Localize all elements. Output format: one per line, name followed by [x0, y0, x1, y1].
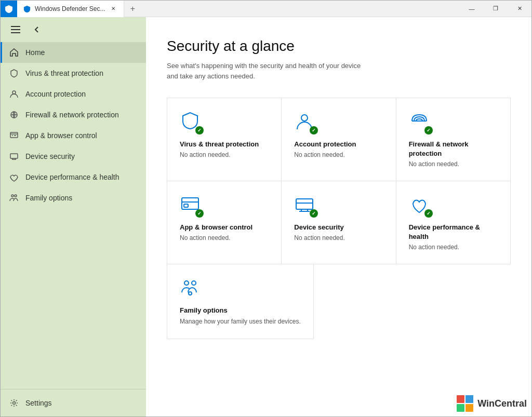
sidebar-header	[1, 17, 146, 42]
check-badge: ✓	[195, 126, 204, 134]
page-title: Security at a glance	[167, 38, 511, 55]
svg-point-4	[11, 195, 14, 197]
sidebar-item-home-label: Home	[25, 48, 45, 57]
app-icon	[9, 130, 19, 141]
app-card-title: App & browser control	[180, 223, 269, 232]
firewall-icon	[9, 110, 19, 120]
page-subtitle: See what's happening with the security a…	[167, 61, 511, 81]
device-security-card-title: Device security	[294, 223, 383, 232]
sidebar-item-firewall-label: Firewall & network protection	[25, 111, 119, 119]
window-controls: — ❐ ✕	[460, 1, 531, 17]
browser-tab[interactable]: Windows Defender Sec... ✕	[17, 1, 124, 17]
virus-card-title: Virus & threat protection	[180, 140, 269, 149]
device-health-card-icon-wrapper: ✓	[409, 194, 430, 217]
app-card-icon-wrapper: ✓	[180, 194, 201, 217]
device-health-card[interactable]: ✓ Device performance & health No action …	[396, 181, 511, 264]
svg-point-5	[15, 195, 17, 197]
app-icon	[1, 1, 17, 17]
virus-card-icon-wrapper: ✓	[180, 111, 201, 133]
firewall-card-status: No action needed.	[409, 160, 498, 168]
sidebar-item-device-security-label: Device security	[25, 152, 75, 160]
family-card-subtitle: Manage how your family uses their device…	[180, 317, 301, 326]
close-button[interactable]: ✕	[508, 1, 531, 17]
sidebar: Home Virus & threat protection	[1, 17, 146, 416]
account-card-icon-wrapper: ✓	[294, 111, 315, 133]
svg-point-0	[12, 91, 16, 94]
svg-rect-11	[184, 204, 188, 207]
sidebar-item-device-security[interactable]: Device security	[1, 146, 146, 167]
shield-icon	[9, 68, 19, 78]
account-card-status: No action needed.	[294, 151, 383, 158]
svg-point-6	[13, 402, 16, 405]
titlebar: Windows Defender Sec... ✕ + — ❐ ✕	[1, 1, 531, 17]
device-health-card-title: Device performance & health	[409, 223, 498, 241]
main-content: Security at a glance See what's happenin…	[146, 17, 531, 416]
sidebar-item-firewall[interactable]: Firewall & network protection	[1, 104, 146, 125]
sidebar-item-home[interactable]: Home	[1, 42, 146, 63]
firewall-card-title: Firewall & network protection	[409, 140, 498, 158]
app-check-badge: ✓	[195, 209, 204, 218]
family-card-icon	[180, 277, 301, 300]
svg-rect-2	[10, 132, 18, 138]
device-security-card-status: No action needed.	[294, 234, 383, 241]
firewall-card[interactable]: ✓ Firewall & network protection No actio…	[396, 98, 511, 181]
tab-label: Windows Defender Sec...	[35, 5, 105, 12]
back-button[interactable]	[29, 21, 45, 38]
svg-point-17	[184, 281, 189, 285]
device-security-icon	[9, 151, 19, 162]
svg-point-18	[192, 281, 196, 285]
svg-point-19	[189, 292, 192, 295]
sidebar-item-family-label: Family options	[25, 194, 72, 202]
svg-rect-12	[296, 199, 313, 209]
account-check-badge: ✓	[310, 126, 318, 134]
sidebar-item-virus-label: Virus & threat protection	[25, 69, 103, 77]
family-options-card[interactable]: Family options Manage how your family us…	[167, 264, 314, 339]
restore-button[interactable]: ❐	[484, 1, 508, 17]
security-grid: ✓ Virus & threat protection No action ne…	[167, 98, 511, 264]
svg-point-7	[301, 115, 308, 121]
svg-rect-3	[10, 154, 18, 158]
minimize-button[interactable]: —	[460, 1, 484, 17]
settings-icon	[9, 398, 19, 408]
firewall-card-icon-wrapper: ✓	[409, 111, 430, 133]
virus-card-status: No action needed.	[180, 151, 269, 158]
device-security-card[interactable]: ✓ Device security No action needed.	[282, 181, 396, 264]
firewall-check-badge: ✓	[424, 126, 433, 134]
device-security-check-badge: ✓	[310, 209, 318, 218]
watermark-label: WinCentral	[477, 398, 527, 409]
settings-label: Settings	[25, 399, 52, 407]
sidebar-item-device-health-label: Device performance & health	[25, 173, 119, 181]
sidebar-item-device-health[interactable]: Device performance & health	[1, 167, 146, 187]
device-health-check-badge: ✓	[424, 209, 433, 218]
device-security-card-icon-wrapper: ✓	[294, 194, 315, 217]
app-card-status: No action needed.	[180, 234, 269, 241]
home-icon	[9, 47, 19, 58]
family-icon	[9, 193, 19, 203]
hamburger-button[interactable]	[9, 24, 22, 35]
account-protection-card[interactable]: ✓ Account protection No action needed.	[282, 98, 396, 181]
app-window: Windows Defender Sec... ✕ + — ❐ ✕	[0, 0, 532, 417]
sidebar-item-family[interactable]: Family options	[1, 187, 146, 208]
device-health-icon	[9, 172, 19, 182]
wincentral-logo	[457, 395, 473, 412]
family-card-title: Family options	[180, 306, 301, 315]
app-content: Home Virus & threat protection	[1, 17, 531, 416]
sidebar-item-app[interactable]: App & browser control	[1, 125, 146, 146]
sidebar-item-app-label: App & browser control	[25, 131, 97, 140]
sidebar-item-account-label: Account protection	[25, 90, 86, 98]
account-card-title: Account protection	[294, 140, 383, 149]
tab-close-button[interactable]: ✕	[109, 5, 117, 13]
watermark: WinCentral	[457, 395, 527, 412]
sidebar-item-virus[interactable]: Virus & threat protection	[1, 63, 146, 84]
account-icon	[9, 89, 19, 99]
virus-protection-card[interactable]: ✓ Virus & threat protection No action ne…	[167, 98, 282, 181]
settings-nav-item[interactable]: Settings	[1, 389, 146, 416]
nav-items: Home Virus & threat protection	[1, 42, 146, 389]
new-tab-button[interactable]: +	[124, 1, 141, 17]
sidebar-item-account[interactable]: Account protection	[1, 84, 146, 104]
device-health-card-status: No action needed.	[409, 244, 498, 251]
app-browser-card[interactable]: ✓ App & browser control No action needed…	[167, 181, 282, 264]
